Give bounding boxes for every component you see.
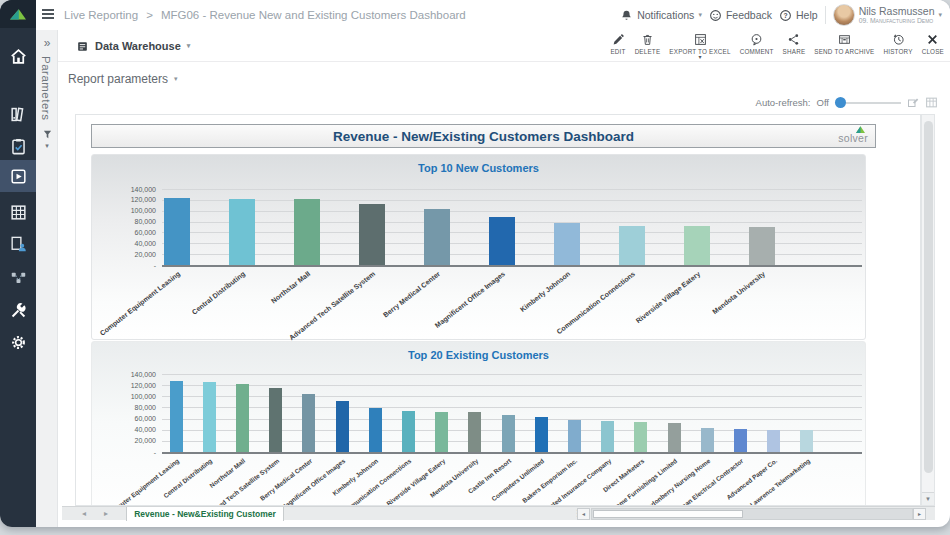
svg-text:?: ? [783,11,787,18]
divider [825,6,826,24]
feedback-button[interactable]: Feedback [709,9,772,22]
top-header: Live Reporting > MFG06 - Revenue New and… [36,0,950,30]
expand-parameters-button[interactable]: » [36,36,58,50]
sidebar-item-tasks[interactable] [0,130,36,162]
breadcrumb-page: MFG06 - Revenue New and Existing Custome… [161,9,466,21]
sidebar-item-live-reporting[interactable] [0,160,36,192]
sheet-tab[interactable]: Revenue - New&Existing Customer [126,507,284,521]
close-button[interactable]: CLOSE [922,33,944,59]
sidebar-item-library[interactable] [0,98,36,130]
bar [701,428,714,452]
y-axis-tick-label: 20,000 [98,437,156,444]
breadcrumb-section[interactable]: Live Reporting [64,9,138,21]
sidebar-item-home[interactable] [0,40,36,72]
bar [684,226,710,265]
auto-refresh-slider[interactable] [835,97,901,109]
y-axis-tick-label: 40,000 [98,240,156,247]
chevron-down-icon: ▾ [187,42,191,50]
solver-logo-mark[interactable] [0,0,36,28]
close-icon [926,33,939,46]
slider-knob[interactable] [835,97,846,108]
report-parameters-toggle[interactable]: Report parameters ▾ [68,72,178,86]
gridline [162,211,862,212]
tab-scroll-left-icon[interactable]: ◂ [82,507,86,521]
bell-icon [620,9,633,22]
bar [749,227,775,265]
bar [229,199,255,265]
scroll-down-button[interactable]: ▼ [922,492,934,505]
edit-box-icon[interactable] [907,97,919,109]
hscroll-left-button[interactable]: ◂ [577,508,590,520]
share-icon [787,33,800,46]
vertical-scrollbar[interactable]: ▼ [921,114,935,506]
data-source-label: Data Warehouse [95,40,181,52]
bar [568,420,581,452]
dashboard-title: Revenue - New/Existing Customers Dashboa… [333,129,634,144]
sidebar-item-administration[interactable] [0,294,36,326]
history-button[interactable]: HISTORY [883,33,912,59]
pencil-icon [612,33,625,46]
y-axis-tick-label: 100,000 [98,393,156,400]
process-nodes-icon [9,268,28,287]
user-name: Nils Rasmussen [859,6,935,17]
tools-icon [9,301,28,320]
y-axis-tick-label: 100,000 [98,207,156,214]
delete-button[interactable]: DELETE [635,33,661,59]
bar [269,388,282,452]
user-org: 09. Manufacturing Demo [859,17,935,24]
notifications-button[interactable]: Notifications ▾ [620,9,702,22]
vertical-scrollbar-thumb[interactable] [924,121,933,473]
data-source-selector[interactable]: Data Warehouse ▾ [76,30,190,62]
x-axis-line [162,452,862,454]
action-label: CLOSE [922,48,944,55]
chart-title: Top 20 Existing Customers [92,349,865,361]
bar [601,421,614,452]
hscroll-right-button[interactable]: ▸ [913,508,926,520]
help-label: Help [796,9,818,21]
app-sidebar [0,0,36,527]
user-menu[interactable]: Nils Rasmussen 09. Manufacturing Demo ▾ [833,4,942,26]
action-label: COMMENT [740,48,774,55]
bar [302,394,315,453]
bar [800,430,813,452]
trash-icon [641,33,654,46]
bar [170,381,183,452]
help-button[interactable]: ? Help [779,9,818,22]
y-axis-tick-label: 120,000 [98,196,156,203]
gridline [162,189,862,190]
sidebar-item-process[interactable] [0,261,36,293]
document-user-icon [9,235,28,254]
y-axis-tick-label: 80,000 [98,404,156,411]
hamburger-menu-icon[interactable] [42,9,54,20]
filter-button[interactable]: ▾ [39,126,55,150]
bar [424,209,450,265]
bar [619,226,645,265]
table-icon [9,203,28,222]
bar [767,430,780,452]
sidebar-item-collaboration[interactable] [0,228,36,260]
sidebar-item-settings[interactable] [0,326,36,358]
dashboard-title-band: Revenue - New/Existing Customers Dashboa… [91,124,876,148]
chevron-down-icon: ▾ [938,11,942,19]
grid-view-icon[interactable] [925,96,938,109]
sidebar-item-input[interactable] [0,196,36,228]
action-label: EDIT [610,48,625,55]
gridline [162,396,862,397]
chevron-down-icon: ▾ [698,11,702,19]
feedback-label: Feedback [726,9,772,21]
bar [203,382,216,452]
horizontal-scrollbar[interactable] [591,508,913,520]
horizontal-scrollbar-thumb[interactable] [593,510,743,518]
tab-scroll-right-icon[interactable]: ▸ [104,507,108,521]
edit-button[interactable]: EDIT [610,33,625,59]
comment-button[interactable]: COMMENT [740,33,774,59]
share-button[interactable]: SHARE [783,33,806,59]
chart-top10-new-customers: Top 10 New Customers 140,000120,000100,0… [91,154,866,340]
send-to-archive-button[interactable]: SEND TO ARCHIVE [814,33,874,59]
toolbar-actions: EDITDELETEEXPORT TO EXCEL▾COMMENTSHARESE… [610,33,944,59]
export-to-excel-button[interactable]: EXPORT TO EXCEL▾ [669,33,730,59]
gridline [162,385,862,386]
gear-icon [9,333,28,352]
chart-top20-existing-customers: Top 20 Existing Customers 140,000120,000… [91,341,866,506]
bar [502,415,515,452]
